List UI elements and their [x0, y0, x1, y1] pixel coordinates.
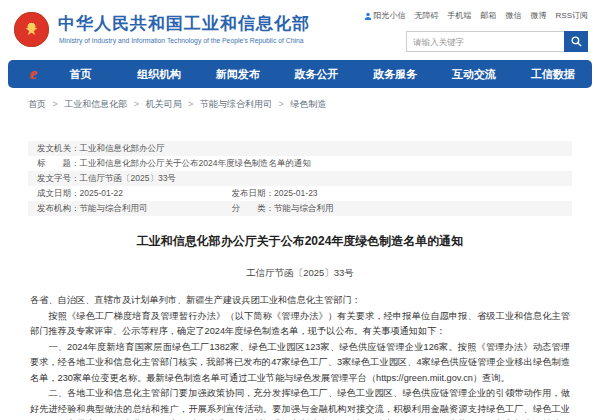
meta-label: 发文字号 — [37, 171, 80, 186]
nav-item-news[interactable]: 新闻发布 — [199, 67, 278, 82]
meta-label: 成文日期 — [37, 186, 80, 201]
meta-value: 2025-01-22 — [80, 186, 123, 201]
breadcrumb-item-home[interactable]: 首页 — [28, 99, 46, 109]
breadcrumb-separator: > — [53, 99, 58, 109]
meta-row-publisher: 发布机构 节能与综合利用司 分 类 节能与综合利用 — [28, 201, 572, 216]
breadcrumb-separator: > — [278, 99, 283, 109]
meta-row-issuing-agency: 发文机关 工业和信息化部办公厅 — [28, 141, 572, 156]
breadcrumb-separator: > — [188, 99, 193, 109]
nav-item-home[interactable]: 首页 — [41, 67, 120, 82]
site-subtitle: Ministry of Industry and Information Tec… — [59, 37, 304, 44]
nav-item-data[interactable]: 工信数据 — [513, 67, 592, 82]
meta-value: 2025-01-23 — [274, 186, 317, 201]
meta-row-doc-number: 发文字号 工信厅节函〔2025〕33号 — [28, 171, 572, 186]
meta-value: 节能与综合利用 — [274, 201, 334, 216]
search-icon — [570, 35, 583, 48]
breadcrumb-separator: > — [134, 99, 139, 109]
assistant-icon — [364, 12, 372, 20]
breadcrumb: 首页 > 工业和信息化部 > 机关司局 > 节能与综合利用司 > 绿色制造 — [28, 98, 600, 111]
quick-links: 阳光小信 无障碍 手机端 邮箱 微信 微博 RSS订阅 — [364, 10, 588, 21]
document-meta: 发文机关 工业和信息化部办公厅 标 题 工业和信息化部办公厅关于公布2024年度… — [28, 141, 572, 216]
meta-label: 发文机关 — [37, 141, 80, 156]
meta-label: 发布日期 — [232, 186, 275, 201]
breadcrumb-item-energy-dept[interactable]: 节能与综合利用司 — [200, 99, 272, 109]
document-paragraph: 按照《绿色工厂梯度培育及管理暂行办法》（以下简称《管理办法》）有关要求，经申报单… — [30, 309, 570, 340]
meta-row-title: 标 题 工业和信息化部办公厅关于公布2024年度绿色制造名单的通知 — [28, 156, 572, 171]
quick-link-mail[interactable]: 邮箱 — [481, 10, 497, 21]
site-header: ★ 中华人民共和国工业和信息化部 Ministry of Industry an… — [0, 0, 600, 60]
meta-value: 工业和信息化部办公厅关于公布2024年度绿色制造名单的通知 — [80, 156, 311, 171]
meta-label: 标 题 — [37, 156, 80, 171]
nav-item-gov-affairs[interactable]: 政务公开 — [277, 67, 356, 82]
quick-link-assistant[interactable]: 阳光小信 — [364, 10, 406, 21]
meta-label: 分 类 — [232, 201, 275, 216]
main-nav: e 首页 组织机构 新闻发布 政务公开 政务服务 互动交流 工信数据 — [8, 60, 592, 88]
meta-label: 发布机构 — [37, 201, 80, 216]
national-emblem-icon: ★ — [14, 12, 49, 47]
breadcrumb-item-green-manufacturing[interactable]: 绿色制造 — [290, 99, 326, 109]
document-body: 各省、自治区、直辖市及计划单列市、新疆生产建设兵团工业和信息化主管部门： 按照《… — [30, 293, 570, 420]
quick-link-accessibility[interactable]: 无障碍 — [415, 10, 439, 21]
miit-logo-icon: e — [30, 66, 37, 82]
breadcrumb-item-departments[interactable]: 机关司局 — [146, 99, 182, 109]
search-button[interactable] — [564, 31, 588, 52]
quick-link-mobile[interactable]: 手机端 — [448, 10, 472, 21]
document-paragraph: 二、各地工业和信息化主管部门要加强政策协同，充分发挥绿色工厂、绿色工业园区、绿色… — [30, 386, 570, 420]
meta-row-dates: 成文日期 2025-01-22 发布日期 2025-01-23 — [28, 186, 572, 201]
quick-link-rss[interactable]: RSS订阅 — [556, 10, 588, 21]
meta-value: 工业和信息化部办公厅 — [80, 141, 165, 156]
document-number: 工信厅节函〔2025〕33号 — [0, 267, 600, 280]
nav-item-interaction[interactable]: 互动交流 — [435, 67, 514, 82]
nav-item-organization[interactable]: 组织机构 — [120, 67, 199, 82]
document-paragraph: 各省、自治区、直辖市及计划单列市、新疆生产建设兵团工业和信息化主管部门： — [30, 293, 570, 309]
search-box — [406, 31, 588, 52]
quick-link-wechat[interactable]: 微信 — [506, 10, 522, 21]
document-paragraph: 一、2024年度新培育国家层面绿色工厂1382家、绿色工业园区123家、绿色供应… — [30, 340, 570, 387]
breadcrumb-item-miit[interactable]: 工业和信息化部 — [64, 99, 127, 109]
meta-value: 节能与综合利用司 — [80, 201, 148, 216]
meta-value: 工信厅节函〔2025〕33号 — [80, 171, 176, 186]
document-title: 工业和信息化部办公厅关于公布2024年度绿色制造名单的通知 — [0, 233, 600, 250]
search-input[interactable] — [406, 31, 564, 52]
nav-item-services[interactable]: 政务服务 — [356, 67, 435, 82]
site-title: 中华人民共和国工业和信息化部 — [58, 12, 310, 35]
quick-link-weibo[interactable]: 微博 — [531, 10, 547, 21]
